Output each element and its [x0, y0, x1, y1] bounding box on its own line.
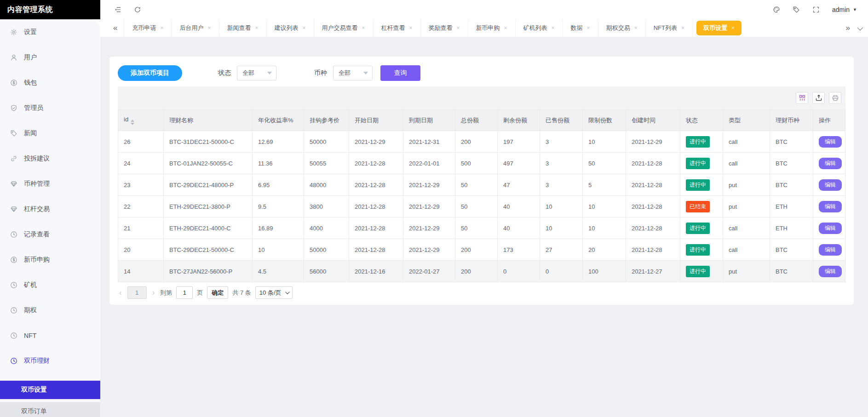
sidebar-item-news[interactable]: 新闻 [0, 120, 100, 146]
cell-limit: 10 [583, 131, 626, 153]
confirm-button[interactable]: 确定 [207, 286, 228, 299]
tab[interactable]: 奖励查看 × [421, 19, 468, 37]
close-icon[interactable]: × [457, 25, 460, 31]
edit-button[interactable]: 编辑 [819, 266, 842, 277]
cell-coin: ETH [770, 196, 813, 217]
refresh-icon[interactable] [134, 6, 142, 14]
column-header: 状态 [680, 110, 723, 131]
table-row[interactable]: 26 BTC-31DEC21-50000-C 12.69 50000 2021-… [118, 131, 845, 153]
sidebar-item-feedback[interactable]: 投拆建议 [0, 146, 100, 171]
fullscreen-icon[interactable] [812, 6, 820, 14]
table-row[interactable]: 14 BTC-27JAN22-56000-P 4.5 56000 2021-12… [118, 261, 845, 282]
cell-name: BTC-29DEC21-50000-C [164, 239, 253, 261]
palette-icon[interactable] [773, 6, 781, 14]
tab[interactable]: 期权交易 × [598, 19, 646, 37]
tab[interactable]: NFT列表 × [646, 19, 693, 37]
edit-button[interactable]: 编辑 [819, 223, 842, 234]
tab[interactable]: 矿机列表 × [516, 19, 563, 37]
sidebar-item-records[interactable]: 记录查看 [0, 222, 100, 247]
coin-select-value: 全部 [339, 69, 351, 77]
tabs-scroll-left-icon[interactable]: « [107, 19, 124, 37]
edit-button[interactable]: 编辑 [819, 179, 842, 191]
sidebar-item-leverage[interactable]: 杠杆交易 [0, 196, 100, 222]
sidebar-item-admins[interactable]: 管理员 [0, 95, 100, 120]
status-select[interactable]: 全部 [237, 66, 276, 80]
close-icon[interactable]: × [587, 25, 590, 31]
table-row[interactable]: 20 BTC-29DEC21-50000-C 10 50000 2021-12-… [118, 239, 845, 261]
edit-button[interactable]: 编辑 [819, 136, 842, 148]
sidebar-item-settings[interactable]: 设置 [0, 19, 100, 45]
print-icon[interactable] [829, 92, 841, 104]
tabs-scroll-right-icon[interactable]: » [846, 23, 850, 33]
close-icon[interactable]: × [552, 25, 555, 31]
close-icon[interactable]: × [731, 25, 735, 31]
sidebar-item-currencies[interactable]: 币种管理 [0, 171, 100, 196]
tab[interactable]: 建议列表 × [267, 19, 314, 37]
close-icon[interactable]: × [409, 25, 413, 31]
edit-button[interactable]: 编辑 [819, 201, 842, 212]
menu-fold-icon[interactable] [114, 6, 122, 14]
sidebar-item-nft[interactable]: NFT [0, 323, 100, 348]
search-button[interactable]: 查询 [380, 65, 420, 81]
sidebar-item-miners[interactable]: 矿机 [0, 272, 100, 297]
cell-rate: 4.5 [253, 261, 304, 282]
sidebar-subitem-dual-orders[interactable]: 双币订单 [0, 402, 100, 417]
close-icon[interactable]: × [681, 25, 684, 31]
tab[interactable]: 杠杆查看 × [374, 19, 421, 37]
columns-icon[interactable] [796, 92, 808, 104]
column-header: 理财币种 [770, 110, 813, 131]
close-icon[interactable]: × [255, 25, 259, 31]
tag-icon[interactable] [793, 6, 800, 14]
table-row[interactable]: 23 BTC-29DEC21-48000-P 6.95 48000 2021-1… [118, 174, 845, 196]
tab-label: 杠杆查看 [381, 24, 405, 32]
tab[interactable]: 新币申购 × [468, 19, 516, 37]
cell-start-date: 2021-12-28 [349, 153, 403, 174]
next-page-icon[interactable]: › [151, 288, 156, 297]
coin-select[interactable]: 全部 [333, 66, 373, 80]
sort-icon[interactable] [131, 120, 134, 125]
cell-created: 2021-12-28 [626, 217, 680, 239]
tab[interactable]: 后台用户 × [172, 19, 219, 37]
cell-ref-price: 4000 [304, 217, 349, 239]
column-header: 剩余份额 [498, 110, 540, 131]
page-size-select[interactable]: 10 条/页 [255, 286, 293, 299]
tab[interactable]: 用户交易查看 × [314, 19, 374, 37]
tab-label: 双币设置 [703, 24, 727, 32]
close-icon[interactable]: × [504, 25, 507, 31]
cell-name: BTC-29DEC21-48000-P [164, 174, 253, 196]
sidebar-item-new-coin[interactable]: 新币申购 [0, 247, 100, 272]
tab[interactable]: 数据 × [563, 19, 598, 37]
export-icon[interactable] [812, 92, 825, 104]
close-icon[interactable]: × [207, 25, 211, 31]
tab[interactable]: 充币申请 × [124, 19, 172, 37]
add-dual-project-button[interactable]: 添加双币项目 [118, 65, 182, 81]
sidebar-item-wallet[interactable]: 钱包 [0, 70, 100, 95]
current-page[interactable]: 1 [127, 286, 147, 299]
close-icon[interactable]: × [303, 25, 306, 31]
close-icon[interactable]: × [160, 25, 163, 31]
close-icon[interactable]: × [634, 25, 638, 31]
sidebar-item-options[interactable]: 期权 [0, 297, 100, 323]
cell-limit: 20 [583, 239, 626, 261]
close-icon[interactable]: × [362, 25, 365, 31]
user-menu[interactable]: admin ▼ [832, 6, 857, 13]
column-header: 操作 [813, 110, 845, 131]
prev-page-icon[interactable]: ‹ [118, 288, 123, 297]
edit-button[interactable]: 编辑 [819, 244, 842, 256]
sidebar-item-label: 设置 [24, 28, 37, 36]
tab[interactable]: 新闻查看 × [219, 19, 267, 37]
cell-start-date: 2021-12-29 [349, 131, 403, 153]
tabs-menu-chevron-down-icon[interactable] [857, 24, 863, 30]
sidebar-item-dual-currency[interactable]: 双币理财 [0, 348, 100, 373]
cell-end-date: 2021-12-29 [403, 239, 455, 261]
sidebar-subitem-dual-settings[interactable]: 双币设置 [0, 381, 100, 399]
table-row[interactable]: 21 ETH-29DEC21-4000-C 16.89 4000 2021-12… [118, 217, 845, 239]
tab[interactable]: 双币设置 × [696, 21, 742, 35]
sidebar-item-users[interactable]: 用户 [0, 45, 100, 70]
cell-name: BTC-31DEC21-50000-C [164, 131, 253, 153]
edit-button[interactable]: 编辑 [819, 158, 842, 169]
goto-page-input[interactable] [176, 286, 193, 299]
table-row[interactable]: 24 BTC-01JAN22-50055-C 11.36 50055 2021-… [118, 153, 845, 174]
table-row[interactable]: 22 ETH-29DEC21-3800-P 9.5 3800 2021-12-2… [118, 196, 845, 217]
tab-label: 期权交易 [606, 24, 630, 32]
